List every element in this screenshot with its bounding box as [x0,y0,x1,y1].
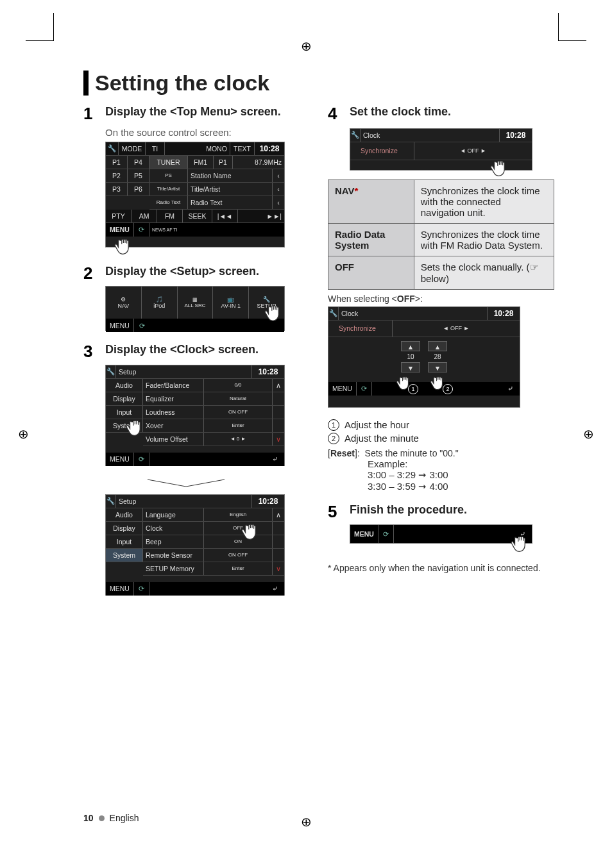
step-number: 4 [328,104,342,123]
setup-screen-1: 🔧Setup10:28 Audio Display Input System F… [105,365,285,466]
step-3: 3 Display the <Clock> screen. [83,342,310,361]
page-footer: 10English [83,813,139,823]
table-val: Sets the clock manually. (☞ below) [414,256,554,289]
step-4: 4 Set the clock time. [328,104,554,123]
hand-icon [510,531,533,557]
example-label: Example: [368,458,554,469]
topmenu-screen: ⚙NAV 🎵iPod ▦ALL SRC 📺AV-IN 1 🔧SETUP MENU… [105,286,285,331]
hand-icon [264,301,287,326]
footnote: * Appears only when the navigation unit … [328,563,554,573]
finish-screen: MENU⟳⤶ [350,524,532,544]
sync-options-table: NAV*Synchronizes the clock time with the… [328,179,554,290]
radio-screen: 🔧 MODE TI MONO TEXT 10:28 P1P4 P2P5 P3P6… [105,142,285,247]
table-key: OFF [328,256,414,289]
step-title: Finish the procedure. [350,503,467,517]
setup-screen-2: 🔧Setup10:28 Audio Display Input System L… [105,494,285,596]
step-title: Display the <Clock> screen. [105,342,259,357]
step-1: 1 Display the <Top Menu> screen. [83,104,310,123]
example-2: 3:30 – 3:59 ➞ 4:00 [368,481,554,492]
table-key: Radio Data System [328,223,414,256]
reset-desc: [Reset]: Sets the minute to "00." [328,448,554,458]
table-key: NAV* [328,179,414,223]
example-1: 3:00 – 3:29 ➞ 3:00 [368,469,554,481]
step-title: Display the <Setup> screen. [105,264,259,279]
step1-subtext: On the source control screen: [105,127,310,138]
hand-icon [114,234,137,260]
table-val: Synchronizes the clock time with FM Radi… [414,223,554,256]
step-5: 5 Finish the procedure. [328,503,554,521]
step-title: Display the <Top Menu> screen. [105,104,281,119]
clock-sync-screen: 🔧Clock10:28 Synchronize◄ OFF ► [350,128,532,171]
step-number: 3 [83,342,98,361]
when-off-label: When selecting <OFF>: [328,294,554,304]
hand-icon [241,519,264,545]
page-title: Setting the clock [83,71,554,96]
step-number: 5 [328,503,342,521]
step-2: 2 Display the <Setup> screen. [83,264,310,283]
adjust-list: 1Adjust the hour 2Adjust the minute [328,419,554,444]
step-number: 2 [83,264,98,283]
clock-adjust-screen: 🔧Clock10:28 Synchronize◄ OFF ► ▲10▼ ▲28▼… [328,306,520,408]
step-number: 1 [83,104,98,123]
table-val: Synchronizes the clock time with the con… [414,179,554,223]
hand-icon [125,415,148,441]
step-title: Set the clock time. [350,104,451,119]
hand-icon [489,156,513,181]
